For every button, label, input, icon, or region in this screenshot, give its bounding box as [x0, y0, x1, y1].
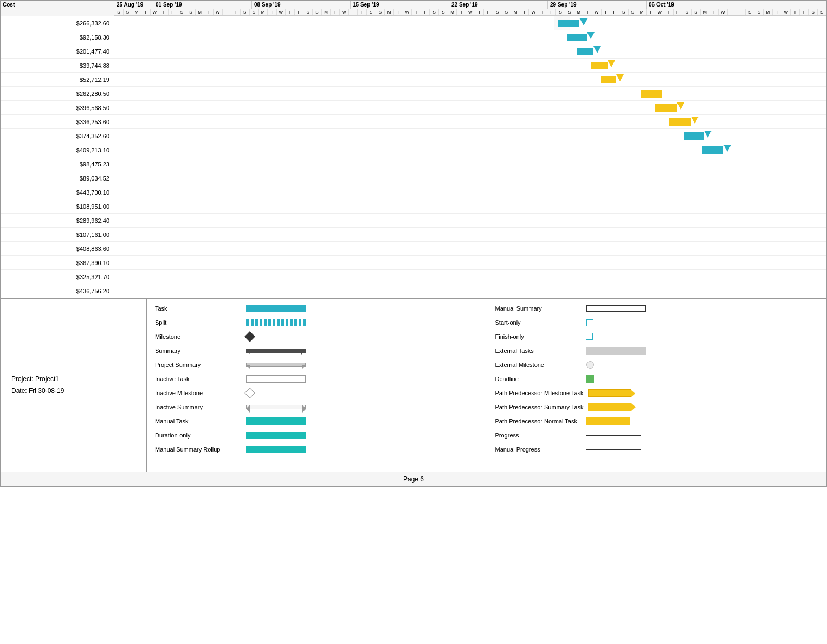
data-section: $266,332.60 $92,158.30 $201,477.40 $39,7… [1, 16, 826, 298]
day-s24: S [818, 9, 826, 15]
legend-visual-manual-progress [586, 449, 651, 450]
legend-label-summary: Summary [155, 347, 242, 354]
day-w4: W [340, 9, 349, 15]
manual-progress-icon [586, 449, 641, 450]
bar-arrow-3 [608, 60, 615, 67]
day-t22: T [791, 9, 800, 15]
legend-visual-finish-only [586, 333, 651, 340]
day-w3: W [277, 9, 286, 15]
gantt-row-5 [114, 87, 826, 101]
day-s14: S [502, 9, 512, 15]
legend-left-col: Task Split Milestone [147, 299, 487, 472]
bar-5 [641, 90, 662, 98]
day-s4: S [186, 9, 196, 15]
day-s7: S [303, 9, 313, 15]
legend-item-split: Split [155, 315, 479, 330]
legend-visual-inactive-summary [246, 403, 311, 411]
legend-visual-duration-only [246, 432, 311, 439]
day-s16: S [565, 9, 574, 15]
day-t11: T [457, 9, 466, 15]
legend-item-external-tasks: External Tasks [495, 344, 819, 358]
day-m4: M [322, 9, 331, 15]
gantt-row-15 [114, 228, 826, 242]
day-f5: F [421, 9, 430, 15]
day-t12: T [475, 9, 484, 15]
legend-item-manual-summary: Manual Summary [495, 301, 819, 315]
legend-label-start-only: Start-only [495, 319, 582, 326]
day-w9: W [655, 9, 664, 15]
day-t16: T [602, 9, 611, 15]
legend-visual-path-pred-normal [586, 417, 651, 425]
legend-item-task: Task [155, 301, 479, 315]
manual-task-icon [246, 417, 306, 425]
date-label-4: 22 Sep '19 [449, 1, 548, 9]
day-f8: F [610, 9, 619, 15]
start-only-icon [586, 319, 593, 326]
legend-section: Project: Project1 Date: Fri 30-08-19 Tas… [1, 298, 826, 472]
gantt-row-6 [114, 101, 826, 115]
legend-item-milestone: Milestone [155, 330, 479, 344]
cost-row-7: $336,253.60 [1, 115, 114, 129]
day-w5: W [403, 9, 412, 15]
duration-only-icon [246, 432, 306, 439]
legend-label-path-pred-milestone: Path Predecessor Milestone Task [495, 390, 584, 396]
legend-item-manual-summary-rollup: Manual Summary Rollup [155, 442, 479, 456]
day-s20: S [692, 9, 701, 15]
gantt-row-4 [114, 73, 826, 87]
day-t10: T [412, 9, 421, 15]
day-m2: M [196, 9, 205, 15]
gantt-row-9 [114, 143, 826, 157]
bar-1 [567, 34, 587, 41]
inactive-task-icon [246, 375, 306, 383]
gantt-row-18 [114, 270, 826, 284]
summary-bar-icon [246, 347, 306, 355]
deadline-icon [586, 375, 594, 383]
legend-label-inactive-milestone: Inactive Milestone [155, 390, 242, 396]
day-m1: M [132, 9, 141, 15]
bar-6 [655, 104, 677, 112]
day-s21: S [746, 9, 755, 15]
date-label-2: 08 Sep '19 [252, 1, 351, 9]
date-label-0: 25 Aug '19 [114, 1, 153, 9]
day-m9: M [637, 9, 647, 15]
legend-visual-path-pred-summary [588, 403, 653, 411]
legend-visual-external-milestone [586, 361, 651, 369]
day-t8: T [349, 9, 358, 15]
legend-right-col: Manual Summary Start-only Finish-only [487, 299, 827, 472]
legend-visual-project-summary [246, 361, 311, 369]
legend-label-external-tasks: External Tasks [495, 347, 582, 354]
cost-row-19: $436,756.20 [1, 284, 114, 298]
milestone-diamond-icon [244, 331, 255, 342]
cost-row-1: $92,158.30 [1, 30, 114, 44]
day-s22: S [754, 9, 764, 15]
gantt-row-3 [114, 59, 826, 73]
day-s6: S [250, 9, 259, 15]
legend-label-inactive-task: Inactive Task [155, 376, 242, 382]
day-s3: S [177, 9, 186, 15]
cost-row-15: $107,161.00 [1, 228, 114, 242]
day-w10: W [719, 9, 728, 15]
day-f6: F [484, 9, 493, 15]
gantt-row-2 [114, 44, 826, 59]
day-t9: T [394, 9, 403, 15]
external-tasks-icon [586, 347, 646, 355]
day-s23: S [809, 9, 818, 15]
cost-column-header: Cost [3, 2, 15, 8]
day-t18: T [664, 9, 674, 15]
day-m11: M [764, 9, 773, 15]
legend-label-path-pred-summary: Path Predecessor Summary Task [495, 404, 584, 410]
day-t5: T [268, 9, 277, 15]
legend-item-progress: Progress [495, 428, 819, 442]
legend-item-manual-task: Manual Task [155, 414, 479, 428]
day-f2: F [231, 9, 241, 15]
cost-row-0: $266,332.60 [1, 16, 114, 30]
day-s15: S [556, 9, 565, 15]
legend-visual-external-tasks [586, 347, 651, 355]
day-f9: F [674, 9, 683, 15]
bar-arrow-0 [579, 18, 588, 25]
day-t2: T [159, 9, 169, 15]
gantt-row-19 [114, 284, 826, 298]
bar-8 [684, 132, 704, 140]
day-t15: T [583, 9, 592, 15]
day-f11: F [800, 9, 809, 15]
